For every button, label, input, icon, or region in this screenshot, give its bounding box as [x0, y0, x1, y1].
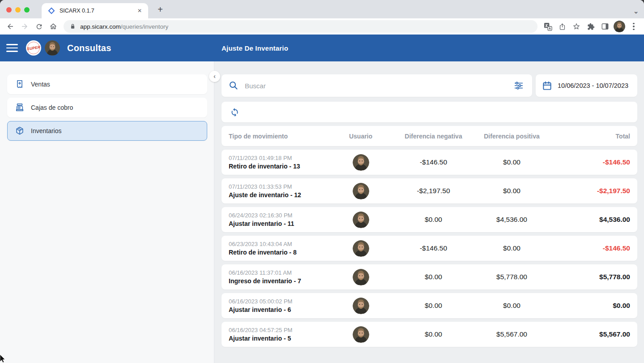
table-row[interactable]: 06/16/2023 05:00:02 PM Ajustar inventari… [222, 293, 637, 318]
box-icon [15, 126, 25, 136]
close-window-button[interactable] [6, 7, 12, 13]
row-movement: Ajuste de inventario - 12 [229, 191, 327, 199]
column-header-diferencia-positiva: Diferencia positiva [473, 133, 551, 140]
sidebar-item-ventas[interactable]: Ventas [7, 74, 207, 94]
search-input[interactable] [245, 82, 513, 90]
address-bar[interactable]: app.sicarx.com/queries/inventory [64, 20, 537, 33]
row-datetime: 06/24/2023 02:16:30 PM [229, 212, 327, 219]
url-domain: app.sicarx.com [80, 23, 121, 30]
column-header-diferencia-negativa: Diferencia negativa [394, 133, 473, 140]
total-cell: -$146.50 [551, 244, 630, 252]
minimize-window-button[interactable] [15, 7, 21, 13]
tab-strip: SICARX 0.1.7 ✕ + ⌄ [0, 0, 644, 18]
table-row[interactable]: 06/16/2023 11:37:01 AM Ingreso de invent… [222, 264, 637, 290]
extensions-puzzle-icon[interactable] [584, 20, 597, 33]
app-title: Consultas [67, 43, 111, 53]
table-header: Tipo de movimiento Usuario Diferencia ne… [222, 126, 637, 146]
column-header-movimiento: Tipo de movimiento [229, 133, 327, 140]
sidebar-collapse-button[interactable]: ‹ [209, 71, 220, 82]
table-row[interactable]: 06/24/2023 02:16:30 PM Ajustar inventari… [222, 207, 637, 232]
row-movement: Retiro de inventario - 13 [229, 163, 327, 170]
positive-cell: $0.00 [473, 187, 551, 195]
cash-register-icon [15, 103, 25, 112]
row-datetime: 06/16/2023 05:00:02 PM [229, 298, 327, 305]
date-range-picker[interactable]: 10/06/2023 - 10/07/2023 [536, 74, 637, 97]
total-cell: -$146.50 [551, 158, 630, 166]
row-datetime: 06/16/2023 04:57:25 PM [229, 327, 327, 333]
reload-button[interactable] [32, 20, 46, 33]
column-header-total: Total [551, 133, 630, 140]
row-movement: Retiro de inventario - 8 [229, 249, 327, 256]
zoom-window-button[interactable] [24, 7, 30, 13]
browser-tab[interactable]: SICARX 0.1.7 ✕ [42, 3, 148, 18]
app-header: SUPER Consultas Ajuste De Inventario [0, 35, 644, 61]
user-avatar [353, 183, 369, 199]
main-panel: 10/06/2023 - 10/07/2023 Tipo de movimien… [214, 61, 644, 363]
user-avatar [353, 298, 369, 314]
bookmark-star-icon[interactable] [570, 20, 583, 33]
tab-search-chevron-icon[interactable]: ⌄ [633, 8, 639, 15]
row-movement: Ajustar inventario - 11 [229, 220, 327, 227]
total-cell: $0.00 [551, 302, 630, 310]
user-avatar [353, 154, 369, 171]
user-avatar [353, 240, 369, 257]
row-movement: Ajustar inventario - 6 [229, 306, 327, 313]
translate-icon[interactable] [541, 20, 554, 33]
browser-menu-icon[interactable] [627, 20, 640, 33]
forward-button[interactable] [18, 20, 31, 33]
negative-cell: $0.00 [394, 216, 473, 224]
positive-cell: $4,536.00 [473, 216, 551, 224]
calendar-icon [542, 81, 552, 91]
table-row[interactable]: 06/23/2023 10:43:04 AM Retiro de inventa… [222, 236, 637, 261]
sidebar-item-label: Ventas [31, 81, 50, 88]
profile-avatar[interactable] [614, 21, 625, 32]
table-row[interactable]: 06/16/2023 04:57:25 PM Ajustar inventari… [222, 322, 637, 347]
traffic-lights [6, 7, 30, 13]
search-icon [229, 81, 239, 91]
sidebar-item-cajas-de-cobro[interactable]: Cajas de cobro [7, 98, 207, 117]
total-cell: $5,567.00 [551, 330, 630, 338]
row-movement: Ingreso de inventario - 7 [229, 277, 327, 285]
lock-icon[interactable] [70, 24, 76, 30]
user-avatar[interactable] [45, 40, 60, 56]
tab-close-icon[interactable]: ✕ [136, 7, 144, 15]
positive-cell: $5,567.00 [473, 330, 551, 338]
date-range-value: 10/06/2023 - 10/07/2023 [558, 82, 628, 89]
actions-bar [222, 102, 637, 122]
row-datetime: 06/23/2023 10:43:04 AM [229, 241, 327, 247]
sidebar-item-inventarios[interactable]: Inventarios [7, 121, 207, 141]
new-tab-button[interactable]: + [154, 3, 166, 16]
table-row[interactable]: 07/11/2023 01:33:53 PM Ajuste de inventa… [222, 178, 637, 203]
store-logo: SUPER [26, 40, 41, 56]
home-button[interactable] [47, 20, 60, 33]
total-cell: $4,536.00 [551, 216, 630, 224]
search-bar [222, 74, 532, 97]
page-title: Ajuste De Inventario [222, 44, 288, 52]
tab-title: SICARX 0.1.7 [60, 8, 136, 14]
row-datetime: 07/11/2023 01:33:53 PM [229, 183, 327, 190]
positive-cell: $5,778.00 [473, 273, 551, 281]
table-row[interactable]: 07/11/2023 01:49:18 PM Retiro de inventa… [222, 150, 637, 175]
menu-hamburger-icon[interactable] [6, 43, 18, 52]
user-avatar [353, 269, 369, 285]
refresh-icon[interactable] [229, 106, 240, 118]
browser-toolbar: app.sicarx.com/queries/inventory [0, 18, 644, 35]
negative-cell: -$146.50 [394, 158, 473, 166]
browser-window: SICARX 0.1.7 ✕ + ⌄ app.sicarx.com/querie… [0, 0, 644, 363]
filter-sliders-icon[interactable] [513, 81, 524, 91]
sidebar: Ventas Cajas de cobro [0, 61, 214, 363]
side-panel-icon[interactable] [598, 20, 612, 33]
back-button[interactable] [4, 20, 17, 33]
total-cell: -$2,197.50 [551, 187, 630, 195]
sidebar-item-label: Cajas de cobro [31, 104, 73, 111]
total-cell: $5,778.00 [551, 273, 630, 281]
row-datetime: 06/16/2023 11:37:01 AM [229, 269, 327, 276]
url-path: /queries/inventory [121, 23, 169, 30]
share-icon[interactable] [555, 20, 569, 33]
column-header-usuario: Usuario [327, 133, 394, 140]
sicarx-favicon-icon [48, 7, 55, 14]
negative-cell: -$2,197.50 [394, 187, 473, 195]
content-area: Ventas Cajas de cobro [0, 61, 644, 363]
receipt-icon [15, 79, 25, 89]
mouse-cursor [0, 354, 6, 363]
